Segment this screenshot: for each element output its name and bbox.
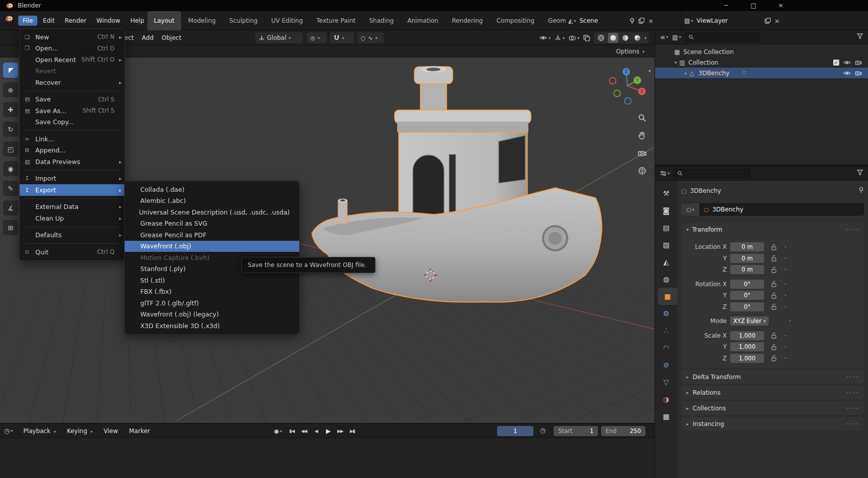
object-id-dropdown[interactable]: ▢ ▾ (681, 203, 699, 216)
gizmo-y-negative[interactable] (614, 90, 621, 97)
lock-button[interactable] (768, 267, 779, 273)
properties-tab-constraints[interactable]: ⊘ (655, 356, 677, 374)
field-rotation-x[interactable]: 0° (730, 280, 764, 289)
blender-menu-button[interactable] (4, 15, 13, 22)
close-button[interactable]: × (767, 0, 794, 11)
properties-tab-data[interactable]: ▽ (655, 374, 677, 391)
pin-id-button[interactable] (858, 187, 864, 195)
file-menu-item-external-data[interactable]: External Data▸ (20, 201, 125, 213)
editor-type-dropdown[interactable]: ◷▾ (4, 427, 13, 435)
panel-delta-transform[interactable]: ▸Delta Transform•••• (681, 370, 864, 384)
tab-layout[interactable]: Layout (147, 11, 182, 30)
jump-last-button[interactable]: ▶▮ (347, 426, 358, 436)
export-menu-item-stl-stl[interactable]: Stl (.stl) (125, 275, 299, 286)
pivot-point-dropdown[interactable]: ◎ ▾ (307, 32, 327, 43)
lock-button[interactable] (768, 303, 779, 310)
animate-decorator-dot[interactable]: • (784, 304, 787, 309)
shading-material-button[interactable] (620, 33, 630, 43)
file-menu-item-link[interactable]: ∞Link... (20, 133, 125, 145)
properties-tab-scene[interactable]: ◭ (655, 253, 677, 271)
animate-decorator-dot[interactable]: • (784, 244, 787, 249)
outliner-row-collection[interactable]: ▾ ▥ Collection ✓ (655, 57, 868, 68)
play-button[interactable]: ▶ (322, 426, 334, 436)
menu-add[interactable]: Add (142, 34, 153, 41)
camera-view-button[interactable] (635, 146, 649, 160)
lock-button[interactable] (768, 292, 779, 299)
file-menu-item-export[interactable]: ↥Export▸ (20, 184, 125, 196)
disable-in-renders-camera-icon[interactable] (855, 60, 862, 65)
tool-add-cube[interactable]: ⊞ (3, 220, 18, 235)
panel-grip-icon[interactable]: •••• (846, 227, 859, 232)
disclosure-triangle-icon[interactable]: ▾ (672, 60, 679, 65)
file-menu-item-data-previews[interactable]: ▧Data Previews▸ (20, 156, 125, 168)
unlink-scene-icon[interactable]: × (648, 17, 654, 25)
prev-keyframe-button[interactable]: ◀◀ (298, 426, 310, 436)
animate-decorator-dot[interactable]: • (784, 267, 787, 272)
tab-rendering[interactable]: Rendering (445, 11, 490, 30)
properties-tab-object[interactable]: ■ (658, 288, 677, 305)
options-dropdown[interactable]: Options ▾ (612, 47, 648, 56)
file-menu-item-quit[interactable]: ⊙QuitCtrl Q (20, 246, 125, 258)
disable-in-renders-camera-icon[interactable] (855, 70, 862, 76)
tool-cursor[interactable]: ⊕ (3, 82, 18, 97)
timeline-menu-playback[interactable]: Playback ▾ (19, 426, 60, 436)
tool-transform[interactable]: ◉ (3, 161, 18, 176)
properties-tab-modifiers[interactable]: ⚙ (655, 305, 677, 322)
maximize-button[interactable]: □ (740, 0, 767, 11)
tab-texture-paint[interactable]: Texture Paint (310, 11, 362, 30)
properties-tab-material[interactable]: ◑ (655, 391, 677, 408)
tab-sculpting[interactable]: Sculpting (223, 11, 264, 30)
animate-decorator-dot[interactable]: • (784, 344, 787, 349)
field-z[interactable]: 1.000 (730, 354, 764, 363)
tab-geometry-nodes[interactable]: Geometry Nodes (541, 11, 566, 30)
remove-view-layer-icon[interactable]: × (774, 17, 780, 25)
hide-in-viewport-eye-icon[interactable] (843, 60, 851, 65)
file-menu-item-import[interactable]: ↧Import▸ (20, 173, 125, 185)
tab-animation[interactable]: Animation (401, 11, 445, 30)
collection-checkbox[interactable]: ✓ (833, 60, 839, 66)
auto-keying-button[interactable]: ●▾ (274, 428, 282, 435)
menu-help[interactable]: Help (126, 16, 148, 26)
menu-edit[interactable]: Edit (38, 16, 59, 26)
file-menu-item-recover[interactable]: Recover▸ (20, 77, 125, 88)
view-layer-dropdown-button[interactable]: ▧▾ (684, 17, 693, 24)
export-menu-item-alembic-abc[interactable]: Alembic (.abc) (125, 195, 299, 207)
properties-tab-output[interactable]: ▤ (655, 219, 677, 236)
export-menu-item-universal-scene-description-usd-usdc-usda[interactable]: Universal Scene Description (.usd, .usdc… (125, 206, 299, 218)
export-menu-item-x3d-extensible-3d-x3d[interactable]: X3D Extensible 3D (.x3d) (125, 320, 299, 332)
panel-collections[interactable]: ▸Collections•••• (681, 401, 864, 415)
export-menu-item-wavefront-obj[interactable]: Wavefront (.obj) (125, 241, 299, 252)
filter-dropdown[interactable] (857, 170, 863, 177)
field-scale-x[interactable]: 1.000 (730, 331, 764, 340)
file-menu-item-defaults[interactable]: Defaults▸ (20, 230, 125, 241)
tab-modeling[interactable]: Modeling (182, 11, 223, 30)
frame-start-field[interactable]: Start 1 (554, 426, 598, 436)
panel-grip-icon[interactable]: •••• (846, 421, 859, 427)
gizmos-dropdown[interactable]: ▾ (555, 35, 565, 41)
new-view-layer-icon[interactable] (765, 18, 771, 24)
tool-tweak[interactable]: ◤ (3, 63, 18, 78)
object-name-field[interactable]: ▢ 3DBenchy (699, 203, 864, 216)
menu-render[interactable]: Render (60, 16, 91, 26)
pan-button[interactable] (635, 128, 649, 142)
xray-toggle[interactable] (583, 35, 590, 41)
properties-search-input[interactable] (674, 169, 750, 178)
field-z[interactable]: 0° (730, 302, 764, 311)
export-menu-item-gltf-2-0-glb-gltf[interactable]: glTF 2.0 (.glb/.gltf) (125, 297, 299, 309)
panel-relations[interactable]: ▸Relations•••• (681, 386, 864, 399)
frame-end-field[interactable]: End 250 (601, 426, 645, 436)
properties-tab-physics[interactable]: ◠ (655, 339, 677, 356)
field-z[interactable]: 0 m (730, 265, 764, 274)
breadcrumb-object-name[interactable]: 3DBenchy (690, 187, 721, 194)
proportional-edit-group[interactable]: ○ ∿ ▾ (357, 32, 384, 43)
field-y[interactable]: 0° (730, 291, 764, 300)
shading-rendered-button[interactable] (632, 33, 642, 43)
outliner-row-3dbenchy[interactable]: ▸ △ 3DBenchy ▽ (655, 68, 868, 78)
tab-compositing[interactable]: Compositing (490, 11, 541, 30)
panel-instancing[interactable]: ▸Instancing•••• (681, 417, 864, 431)
new-scene-icon[interactable] (638, 18, 644, 24)
transform-panel-header[interactable]: ▾ Transform •••• (681, 223, 864, 236)
menu-file[interactable]: File (18, 16, 37, 26)
tool-scale[interactable]: ◰ (3, 141, 18, 156)
tool-measure[interactable]: ∡ (3, 200, 18, 216)
